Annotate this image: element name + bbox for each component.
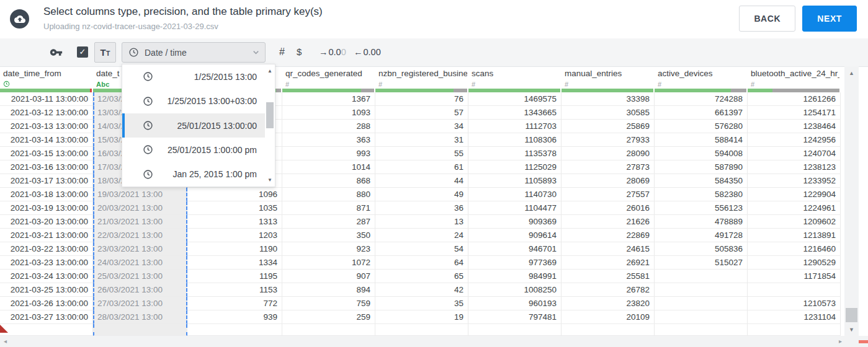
- cell[interactable]: 515027: [655, 256, 748, 270]
- column-header-scans[interactable]: scans#: [468, 66, 560, 92]
- cell[interactable]: 907: [282, 270, 375, 283]
- cell[interactable]: 582380: [655, 188, 748, 201]
- horizontal-scrollbar[interactable]: ◂ ▸: [0, 336, 868, 347]
- cell[interactable]: [93, 324, 187, 336]
- cell[interactable]: 923: [282, 242, 375, 256]
- format-option[interactable]: 25/01/2015 1:00:00 pm: [122, 138, 265, 162]
- currency-type-button[interactable]: $: [297, 46, 302, 57]
- cell[interactable]: 1105893: [468, 174, 562, 188]
- cell[interactable]: 57: [375, 106, 468, 120]
- cell[interactable]: 26921: [562, 256, 655, 270]
- next-button[interactable]: NEXT: [802, 6, 857, 32]
- cell[interactable]: [468, 324, 562, 336]
- cell[interactable]: 1096: [187, 188, 282, 201]
- cell[interactable]: 1014: [282, 160, 375, 174]
- cell[interactable]: 54: [375, 242, 468, 256]
- cell[interactable]: 1171854: [748, 270, 841, 283]
- cell[interactable]: 363: [282, 133, 375, 147]
- cell[interactable]: 36: [375, 201, 468, 215]
- cell[interactable]: 984991: [468, 270, 562, 283]
- cell[interactable]: 491728: [655, 229, 748, 242]
- cell[interactable]: 478889: [655, 215, 748, 229]
- cell[interactable]: 21/03/2021 13:00: [93, 215, 187, 229]
- scroll-down-icon[interactable]: ▼: [844, 327, 859, 333]
- vertical-scrollbar-thumb[interactable]: [846, 308, 857, 322]
- cell[interactable]: 1238123: [748, 160, 841, 174]
- cell[interactable]: 64: [375, 256, 468, 270]
- format-option[interactable]: 1/25/2015 13:00: [122, 64, 265, 89]
- cell[interactable]: 23820: [562, 297, 655, 310]
- cell[interactable]: 2021-03-21 13:00:00: [0, 229, 93, 242]
- cell[interactable]: 2021-03-26 13:00:00: [0, 297, 93, 310]
- scroll-left-icon[interactable]: ◂: [4, 338, 7, 345]
- cell[interactable]: 759: [282, 297, 375, 310]
- cell[interactable]: 960193: [468, 297, 562, 310]
- cell[interactable]: 1135378: [468, 147, 562, 160]
- cell[interactable]: [187, 324, 282, 336]
- cell[interactable]: 1261266: [748, 92, 841, 106]
- cell[interactable]: 2021-03-19 13:00:00: [0, 201, 93, 215]
- cell[interactable]: 1108306: [468, 133, 562, 147]
- cell[interactable]: 65: [375, 270, 468, 283]
- cell[interactable]: [375, 324, 468, 336]
- increase-precision-button[interactable]: →0.00: [319, 47, 346, 57]
- column-header-manual_entries[interactable]: manual_entries#: [562, 66, 653, 92]
- format-option[interactable]: 1/25/2015 13:00+03:00: [122, 89, 265, 113]
- cell[interactable]: 24: [375, 229, 468, 242]
- cell[interactable]: 1240704: [748, 147, 841, 160]
- cell[interactable]: 2021-03-12 13:00:00: [0, 106, 93, 120]
- cell[interactable]: 24/03/2021 13:00: [93, 256, 187, 270]
- cell[interactable]: 21626: [562, 215, 655, 229]
- cell[interactable]: 2021-03-23 13:00:00: [0, 256, 93, 270]
- cell[interactable]: 1125029: [468, 160, 562, 174]
- cell[interactable]: 30585: [562, 106, 655, 120]
- cell[interactable]: 28090: [562, 147, 655, 160]
- cell[interactable]: 1233952: [748, 174, 841, 188]
- cell[interactable]: 1367: [282, 92, 375, 106]
- cell[interactable]: 1469575: [468, 92, 562, 106]
- cell[interactable]: 588414: [655, 133, 748, 147]
- cell[interactable]: 724288: [655, 92, 748, 106]
- cell[interactable]: 1104477: [468, 201, 562, 215]
- cell[interactable]: 28/03/2021 13:00: [93, 310, 187, 324]
- number-type-button[interactable]: #: [279, 46, 285, 58]
- cell[interactable]: 1254171: [748, 106, 841, 120]
- cell[interactable]: 772: [187, 297, 282, 310]
- cell[interactable]: 44: [375, 174, 468, 188]
- cell[interactable]: [748, 283, 841, 297]
- scroll-up-icon[interactable]: ▲: [266, 68, 274, 74]
- cell[interactable]: 1153: [187, 283, 282, 297]
- cell[interactable]: 259: [282, 310, 375, 324]
- cell[interactable]: 1290529: [748, 256, 841, 270]
- cell[interactable]: [655, 297, 748, 310]
- cell[interactable]: 1229904: [748, 188, 841, 201]
- cell[interactable]: 2021-03-18 13:00:00: [0, 188, 93, 201]
- cell[interactable]: 556123: [655, 201, 748, 215]
- cell[interactable]: 26016: [562, 201, 655, 215]
- cell[interactable]: 1224961: [748, 201, 841, 215]
- cell[interactable]: 939: [187, 310, 282, 324]
- cell[interactable]: 25/03/2021 13:00: [93, 270, 187, 283]
- cell[interactable]: 13: [375, 215, 468, 229]
- vertical-scrollbar[interactable]: ▲ ▼: [844, 66, 859, 336]
- cell[interactable]: 1238464: [748, 120, 841, 133]
- cell[interactable]: 42: [375, 283, 468, 297]
- cell[interactable]: 19: [375, 310, 468, 324]
- primary-key-icon[interactable]: [50, 46, 63, 61]
- cell[interactable]: 23/03/2021 13:00: [93, 242, 187, 256]
- cell[interactable]: 27933: [562, 133, 655, 147]
- cell[interactable]: 1112703: [468, 120, 562, 133]
- cell[interactable]: 1209602: [748, 215, 841, 229]
- cell[interactable]: [655, 310, 748, 324]
- format-option[interactable]: Jan 25, 2015 1:00 pm: [122, 162, 265, 187]
- cell[interactable]: 27873: [562, 160, 655, 174]
- cell[interactable]: 24615: [562, 242, 655, 256]
- cell[interactable]: 26/03/2021 13:00: [93, 283, 187, 297]
- cell[interactable]: 2021-03-22 13:00:00: [0, 242, 93, 256]
- cell[interactable]: 31: [375, 133, 468, 147]
- include-column-checkbox[interactable]: ✓: [77, 46, 88, 58]
- column-header-active_devices[interactable]: active_devices#: [655, 66, 746, 92]
- scroll-down-icon[interactable]: ▼: [266, 177, 274, 183]
- cell[interactable]: [655, 270, 748, 283]
- cell[interactable]: [748, 324, 841, 336]
